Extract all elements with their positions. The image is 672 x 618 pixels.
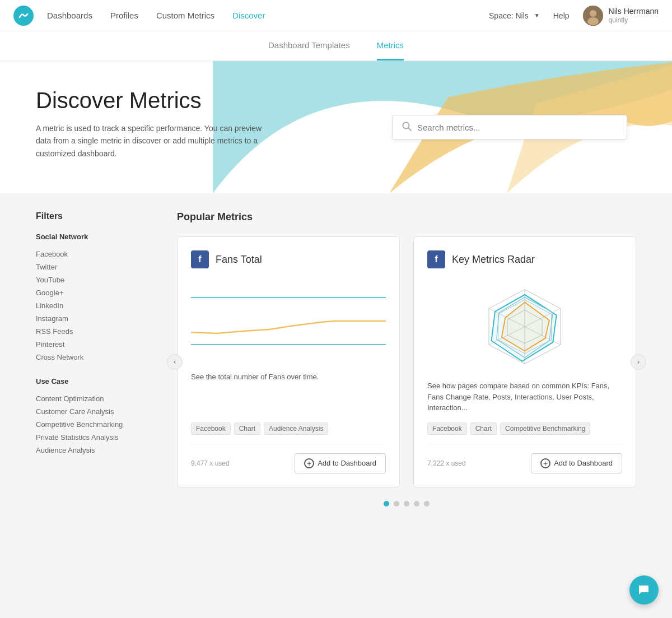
radar-chart xyxy=(427,277,622,380)
hero-description: A metric is used to track a specific per… xyxy=(36,122,271,160)
filter-rss[interactable]: RSS Feeds xyxy=(36,325,159,338)
hero-content: Discover Metrics A metric is used to tra… xyxy=(36,88,338,160)
chevron-down-icon: ▼ xyxy=(534,12,540,18)
tab-dashboard-templates[interactable]: Dashboard Templates xyxy=(268,31,350,61)
plus-circle-icon-radar: + xyxy=(540,458,550,468)
hero-search xyxy=(392,115,627,140)
metrics-area: Popular Metrics ‹ f Fans Total xyxy=(177,211,636,507)
filter-linkedin[interactable]: LinkedIn xyxy=(36,299,159,312)
dot-1[interactable] xyxy=(384,501,389,507)
card-header-radar: f Key Metrics Radar xyxy=(427,250,622,268)
add-label-fans: Add to Dashboard xyxy=(318,459,376,467)
tab-metrics[interactable]: Metrics xyxy=(377,31,404,61)
nav-discover[interactable]: Discover xyxy=(232,11,265,20)
main-content: Filters Social Network Facebook Twitter … xyxy=(0,193,672,524)
svg-point-1 xyxy=(590,10,596,17)
filter-facebook[interactable]: Facebook xyxy=(36,248,159,261)
filter-audience-analysis[interactable]: Audience Analysis xyxy=(36,444,159,457)
metric-card-fans-total: f Fans Total See the total nu xyxy=(177,236,400,487)
tag-chart-fans: Chart xyxy=(234,422,260,435)
search-box xyxy=(392,115,627,140)
svg-point-2 xyxy=(587,17,599,25)
social-network-filter: Social Network Facebook Twitter YouTube … xyxy=(36,233,159,364)
dot-4[interactable] xyxy=(414,501,419,507)
card-title-fans: Fans Total xyxy=(216,254,262,266)
user-subtitle: quintly xyxy=(609,16,659,25)
tag-facebook-fans: Facebook xyxy=(191,422,231,435)
prev-arrow[interactable]: ‹ xyxy=(167,354,183,370)
tag-chart-radar: Chart xyxy=(470,422,497,435)
logo[interactable] xyxy=(13,6,34,26)
nav-profiles[interactable]: Profiles xyxy=(110,11,138,20)
space-selector[interactable]: Space: Nils ▼ xyxy=(489,11,540,20)
filter-pinterest[interactable]: Pinterest xyxy=(36,338,159,351)
card-desc-radar: See how pages compare based on common KP… xyxy=(427,380,622,413)
search-icon xyxy=(402,121,412,133)
filter-content-optimization[interactable]: Content Optimization xyxy=(36,392,159,405)
facebook-icon-fans: f xyxy=(191,250,209,268)
cards-row: f Fans Total See the total nu xyxy=(177,236,636,487)
card-tags-fans: Facebook Chart Audience Analysis xyxy=(191,422,386,435)
space-label: Space: Nils xyxy=(489,11,529,20)
popular-metrics-heading: Popular Metrics xyxy=(177,211,636,223)
subnav: Dashboard Templates Metrics xyxy=(0,31,672,61)
card-desc-fans: See the total number of Fans over time. xyxy=(191,371,386,413)
metric-card-radar: f Key Metrics Radar xyxy=(413,236,636,487)
facebook-icon-radar: f xyxy=(427,250,445,268)
card-tags-radar: Facebook Chart Competitive Benchmarking xyxy=(427,422,622,435)
svg-line-4 xyxy=(409,128,412,131)
tag-competitive-radar: Competitive Benchmarking xyxy=(500,422,590,435)
dot-5[interactable] xyxy=(424,501,430,507)
dot-2[interactable] xyxy=(394,501,399,507)
filter-customer-care[interactable]: Customer Care Analysis xyxy=(36,405,159,418)
user-info: Nils Herrmann quintly xyxy=(583,6,659,26)
fans-chart xyxy=(191,282,386,363)
tag-facebook-radar: Facebook xyxy=(427,422,467,435)
card-footer-fans: 9,477 x used + Add to Dashboard xyxy=(191,444,386,473)
user-name-block: Nils Herrmann quintly xyxy=(609,6,659,25)
filters-heading: Filters xyxy=(36,211,159,221)
plus-circle-icon-fans: + xyxy=(304,458,314,468)
navbar-right: Space: Nils ▼ Help Nils Herrmann quintly xyxy=(489,6,659,26)
card-title-radar: Key Metrics Radar xyxy=(452,254,535,266)
used-count-radar: 7,322 x used xyxy=(427,459,466,467)
filter-cross-network[interactable]: Cross Network xyxy=(36,351,159,364)
hero-section: Discover Metrics A metric is used to tra… xyxy=(0,61,672,193)
next-arrow[interactable]: › xyxy=(631,354,646,370)
nav-links: Dashboards Profiles Custom Metrics Disco… xyxy=(47,11,489,20)
use-case-heading: Use Case xyxy=(36,377,159,385)
avatar xyxy=(583,6,603,26)
filter-private-stats[interactable]: Private Statistics Analysis xyxy=(36,431,159,444)
filter-twitter[interactable]: Twitter xyxy=(36,261,159,273)
hero-title: Discover Metrics xyxy=(36,88,338,113)
nav-dashboards[interactable]: Dashboards xyxy=(47,11,92,20)
filter-googleplus[interactable]: Google+ xyxy=(36,286,159,299)
filter-youtube[interactable]: YouTube xyxy=(36,273,159,286)
add-label-radar: Add to Dashboard xyxy=(554,459,613,467)
card-header-fans: f Fans Total xyxy=(191,250,386,268)
user-full-name: Nils Herrmann xyxy=(609,7,659,16)
filter-competitive-benchmarking[interactable]: Competitive Benchmarking xyxy=(36,418,159,431)
add-to-dashboard-radar[interactable]: + Add to Dashboard xyxy=(531,453,622,473)
cards-wrapper: ‹ f Fans Total xyxy=(177,236,636,487)
filter-instagram[interactable]: Instagram xyxy=(36,312,159,325)
use-case-filter: Use Case Content Optimization Customer C… xyxy=(36,377,159,457)
card-footer-radar: 7,322 x used + Add to Dashboard xyxy=(427,444,622,473)
tag-audience-fans: Audience Analysis xyxy=(264,422,328,435)
help-link[interactable]: Help xyxy=(553,11,570,20)
sidebar: Filters Social Network Facebook Twitter … xyxy=(36,211,159,507)
used-count-fans: 9,477 x used xyxy=(191,459,230,467)
social-network-heading: Social Network xyxy=(36,233,159,241)
nav-custom-metrics[interactable]: Custom Metrics xyxy=(156,11,214,20)
dot-3[interactable] xyxy=(404,501,409,507)
search-input[interactable] xyxy=(417,123,618,132)
svg-point-3 xyxy=(403,123,409,129)
navbar: Dashboards Profiles Custom Metrics Disco… xyxy=(0,0,672,31)
add-to-dashboard-fans[interactable]: + Add to Dashboard xyxy=(295,453,386,473)
pagination-dots xyxy=(177,501,636,507)
